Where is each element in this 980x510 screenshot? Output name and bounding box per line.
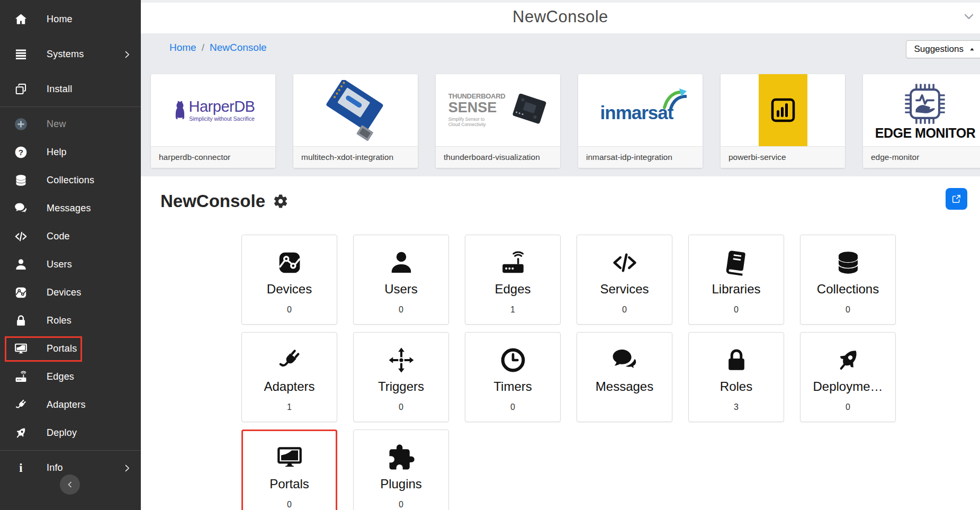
tile-label: Plugins xyxy=(380,477,422,491)
sidebar-item-label: Deploy xyxy=(47,427,77,439)
tile-plugins[interactable]: Plugins 0 xyxy=(353,430,449,510)
chevron-right-icon xyxy=(122,49,132,60)
sidebar-item-systems[interactable]: Systems xyxy=(0,40,141,68)
suggestions-band: Home / NewConsole Suggestions HarperDB S… xyxy=(141,33,980,176)
tile-libraries[interactable]: Libraries 0 xyxy=(688,235,784,325)
sidebar-item-label: Messages xyxy=(47,203,91,214)
sidebar-item-new[interactable]: New xyxy=(0,110,141,138)
thunderboard-tagline2: Cloud Connectivity xyxy=(448,122,506,127)
sidebar-item-home[interactable]: Home xyxy=(0,5,141,33)
tile-roles[interactable]: Roles 3 xyxy=(688,332,784,422)
powerbi-chart-icon xyxy=(768,95,798,125)
tile-count: 0 xyxy=(399,500,403,509)
sidebar-item-deploy[interactable]: Deploy xyxy=(0,419,141,447)
breadcrumb: Home / NewConsole xyxy=(169,42,267,53)
tile-count: 0 xyxy=(287,305,292,315)
app-header: NewConsole xyxy=(141,3,980,31)
suggestion-card-powerbi[interactable]: powerbi-service xyxy=(721,74,845,168)
tile-deployments[interactable]: Deployme… 0 xyxy=(800,332,896,422)
thunderboard-tagline1: Simplify Sensor to xyxy=(448,117,506,122)
suggestions-button[interactable]: Suggestions xyxy=(906,40,980,58)
edge-monitor-logo: EDGE MONITOR xyxy=(863,74,980,146)
tile-count: 0 xyxy=(846,305,850,315)
tile-label: Libraries xyxy=(712,282,760,297)
tile-collections[interactable]: Collections 0 xyxy=(800,235,896,325)
tile-portals[interactable]: Portals 0 xyxy=(241,430,337,510)
chat-icon xyxy=(610,346,639,374)
tile-label: Users xyxy=(384,282,418,297)
sidebar-item-label: Users xyxy=(47,259,72,270)
sidebar-item-roles[interactable]: Roles xyxy=(0,307,141,335)
sidebar-item-label: Install xyxy=(47,84,72,95)
clock-icon xyxy=(499,346,527,374)
open-portal-button[interactable] xyxy=(946,188,967,210)
suggestion-card-harperdb[interactable]: HarperDB Simplicity without Sacrifice ha… xyxy=(151,74,275,168)
tile-edges[interactable]: Edges 1 xyxy=(465,235,561,325)
header-collapse-button[interactable] xyxy=(962,10,976,25)
sidebar-item-label: New xyxy=(47,119,66,130)
sidebar-item-users[interactable]: Users xyxy=(0,250,141,279)
settings-gear-icon[interactable] xyxy=(273,193,289,209)
edge-monitor-brand: EDGE MONITOR xyxy=(875,127,975,140)
breadcrumb-newconsole-link[interactable]: NewConsole xyxy=(210,42,267,53)
suggestion-card-multitech[interactable]: multitech-xdot-integration xyxy=(293,74,418,168)
tile-users[interactable]: Users 0 xyxy=(353,235,449,325)
plug-icon xyxy=(275,346,304,374)
inmarsat-logo: inmarsat xyxy=(578,74,703,146)
sidebar-item-label: Edges xyxy=(47,371,74,382)
breadcrumb-home-link[interactable]: Home xyxy=(169,42,196,53)
tile-messages[interactable]: Messages xyxy=(577,332,672,422)
content-area: NewConsole Home / NewConsole Suggestions… xyxy=(141,0,980,510)
move-icon xyxy=(387,346,416,374)
suggestion-card-thunderboard[interactable]: THUNDERBOARD SENSE Simplify Sensor to Cl… xyxy=(436,74,560,168)
sidebar-item-devices[interactable]: Devices xyxy=(0,279,141,307)
tile-timers[interactable]: Timers 0 xyxy=(465,332,561,422)
book-icon xyxy=(722,248,751,277)
page-title-row: NewConsole xyxy=(141,176,980,212)
tile-label: Edges xyxy=(495,282,531,297)
code-icon xyxy=(610,248,639,277)
systems-icon xyxy=(13,47,29,61)
sidebar-item-adapters[interactable]: Adapters xyxy=(0,391,141,419)
monitor-icon xyxy=(13,342,29,356)
tile-label: Devices xyxy=(267,282,312,297)
thunderboard-logo: THUNDERBOARD SENSE Simplify Sensor to Cl… xyxy=(436,74,560,146)
system-overview: NewConsole Devices 0 Users 0 Edges 1 xyxy=(141,176,980,510)
suggestion-card-inmarsat[interactable]: inmarsat inmarsat-idp-integration xyxy=(578,74,703,168)
sidebar-item-messages[interactable]: Messages xyxy=(0,194,141,222)
device-icon xyxy=(275,248,304,277)
thunderboard-line2: SENSE xyxy=(448,100,506,115)
thunderboard-line1: THUNDERBOARD xyxy=(448,93,506,100)
asset-tiles: Devices 0 Users 0 Edges 1 Services 0 Lib… xyxy=(241,235,980,510)
sidebar-item-install[interactable]: Install xyxy=(0,75,141,103)
tile-label: Messages xyxy=(596,379,653,394)
sidebar-collapse-button[interactable] xyxy=(60,475,80,495)
sidebar-item-portals[interactable]: Portals xyxy=(0,335,141,363)
sidebar-item-label: Systems xyxy=(47,49,84,60)
tile-label: Collections xyxy=(817,282,879,297)
sidebar-item-collections[interactable]: Collections xyxy=(0,166,141,194)
install-icon xyxy=(13,82,29,96)
tile-count: 0 xyxy=(846,402,850,412)
tile-count: 0 xyxy=(734,305,739,315)
rocket-icon xyxy=(834,346,862,374)
sidebar-item-code[interactable]: Code xyxy=(0,222,141,250)
sidebar-item-edges[interactable]: Edges xyxy=(0,363,141,391)
sidebar-item-help[interactable]: Help xyxy=(0,138,141,166)
tile-services[interactable]: Services 0 xyxy=(577,235,672,325)
sidebar-item-label: Help xyxy=(47,147,67,158)
database-icon xyxy=(834,248,862,277)
chevron-right-icon xyxy=(122,463,132,473)
suggestion-card-edge-monitor[interactable]: EDGE MONITOR edge-monitor xyxy=(863,74,980,168)
sidebar-item-label: Roles xyxy=(47,315,71,326)
tile-count: 0 xyxy=(287,500,292,509)
triangle-up-icon xyxy=(969,46,975,52)
open-in-new-icon xyxy=(951,193,962,204)
multitech-board-image xyxy=(293,74,418,146)
sidebar: Home Systems Install New Help Collection… xyxy=(0,0,141,510)
tile-adapters[interactable]: Adapters 1 xyxy=(241,332,337,422)
tile-label: Triggers xyxy=(378,379,424,394)
tile-triggers[interactable]: Triggers 0 xyxy=(353,332,449,422)
tile-label: Timers xyxy=(493,379,532,394)
tile-devices[interactable]: Devices 0 xyxy=(241,235,337,325)
